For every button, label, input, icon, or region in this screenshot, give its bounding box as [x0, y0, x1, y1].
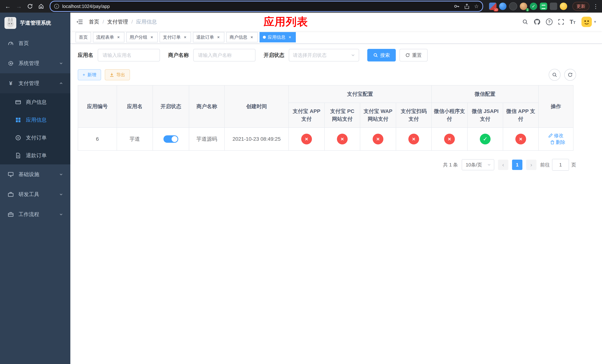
page-size-select[interactable]: 10条/页 [462, 159, 494, 170]
tags-view-bar: 首页 流程表单 × 用户分组 × 支付订单 × 退款订单 × 商户信息 × [70, 31, 602, 44]
merchant-name-input[interactable] [193, 49, 256, 62]
tab-refund-orders[interactable]: 退款订单 × [193, 32, 224, 43]
cell-alipay-app: × [289, 128, 324, 150]
config-status-icon: × [444, 134, 455, 144]
font-size-icon[interactable]: TT [570, 19, 576, 25]
edit-link[interactable]: 修改 [548, 132, 563, 139]
prev-page-button[interactable]: ‹ [498, 160, 508, 170]
toggle-search-button[interactable] [549, 69, 560, 81]
page-annotation: 应用列表 [264, 15, 308, 29]
col-header-status: 开启状态 [153, 85, 189, 128]
cell-ops: 修改 删除 [538, 128, 573, 150]
close-icon[interactable]: × [216, 35, 221, 40]
share-icon[interactable] [464, 3, 470, 9]
fullscreen-icon[interactable] [558, 19, 564, 25]
sidebar-item-label: 退款订单 [26, 152, 47, 159]
tab-app-info[interactable]: 应用信息 × [259, 32, 296, 43]
help-icon[interactable]: ? [546, 19, 553, 25]
sidebar-item-payment[interactable]: ¥ 支付管理 [0, 73, 70, 93]
forward-button[interactable]: → [14, 1, 24, 11]
update-button[interactable]: 更新 [572, 2, 589, 11]
col-header-wechat-jsapi: 微信 JSAPI 支付 [467, 103, 503, 128]
app-logo[interactable]: 芋道管理系统 [0, 13, 70, 33]
col-header-wechat-lite: 微信小程序支付 [431, 103, 467, 128]
breadcrumb: 首页 支付管理 应用信息 [89, 18, 157, 25]
bookmark-star-icon[interactable]: ☆ [474, 3, 479, 10]
logo-rabbit-icon [4, 17, 16, 29]
sidebar-item-dev-tools[interactable]: 研发工具 [0, 184, 70, 204]
password-key-icon[interactable] [454, 3, 460, 9]
chevron-up-icon [59, 81, 63, 85]
sidebar-item-payment-orders[interactable]: 支付订单 [0, 129, 70, 147]
col-header-alipay-qr: 支付宝扫码支付 [396, 103, 431, 128]
status-select[interactable]: 请选择开启状态 [289, 49, 359, 62]
add-button[interactable]: + 新增 [78, 69, 101, 80]
browser-menu-button[interactable]: ⋮ [592, 3, 599, 10]
tab-process-form[interactable]: 流程表单 × [93, 32, 124, 43]
close-icon[interactable]: × [149, 35, 154, 40]
refresh-table-button[interactable] [564, 69, 576, 81]
site-info-icon[interactable] [54, 4, 59, 9]
delete-link[interactable]: 删除 [550, 139, 565, 146]
extension-icon-7[interactable] [550, 3, 557, 10]
sidebar-collapse-button[interactable] [76, 19, 83, 25]
sidebar-item-system[interactable]: 系统管理 [0, 53, 70, 73]
page-number-button[interactable]: 1 [512, 160, 522, 170]
app-name-input[interactable] [98, 49, 160, 62]
sidebar-item-app-info[interactable]: 应用信息 [0, 111, 70, 129]
sidebar-item-refund-orders[interactable]: 退款订单 [0, 147, 70, 164]
sidebar-item-infrastructure[interactable]: 基础设施 [0, 164, 70, 184]
tab-payment-orders[interactable]: 支付订单 × [160, 32, 191, 43]
breadcrumb-item-app-info: 应用信息 [128, 18, 157, 25]
sidebar-item-merchant-info[interactable]: 商户信息 [0, 93, 70, 111]
breadcrumb-label: 首页 [89, 18, 99, 25]
breadcrumb-label: 支付管理 [107, 18, 128, 25]
breadcrumb-item-payment[interactable]: 支付管理 [99, 18, 128, 25]
extension-icon-4[interactable]: 1 [520, 3, 527, 10]
reset-button[interactable]: 重置 [399, 49, 428, 62]
close-icon[interactable]: × [116, 35, 121, 40]
cell-alipay-pc: × [324, 128, 360, 150]
github-icon[interactable] [534, 19, 540, 25]
sidebar-item-workflow[interactable]: 工作流程 [0, 204, 70, 225]
refresh-button[interactable] [25, 1, 35, 11]
extension-icon-2[interactable] [499, 3, 506, 10]
tab-merchant-info[interactable]: 商户信息 × [226, 32, 258, 43]
table-toolbar: + 新增 导出 [78, 69, 576, 81]
pagination: 共 1 条 10条/页 ‹ 1 › 前往 页 [78, 159, 576, 171]
download-icon [110, 73, 114, 77]
close-icon[interactable]: × [249, 35, 254, 40]
status-toggle[interactable] [163, 135, 178, 143]
close-icon[interactable]: × [287, 35, 292, 40]
next-page-button[interactable]: › [526, 160, 537, 170]
user-menu[interactable]: ▾ [581, 16, 596, 27]
sidebar-item-label: 基础设施 [19, 171, 39, 178]
extension-icon-3[interactable] [509, 2, 517, 10]
search-icon[interactable] [522, 19, 528, 25]
sidebar-item-home[interactable]: 首页 [0, 33, 70, 53]
extensions-area: 10 1 ✓ [487, 2, 570, 10]
tab-label: 用户分组 [129, 34, 147, 40]
profile-badge: 1 [526, 8, 529, 11]
home-button[interactable] [36, 1, 46, 11]
close-icon[interactable]: × [183, 35, 188, 40]
tab-home[interactable]: 首页 [75, 32, 91, 43]
extension-icon-1[interactable]: 10 [489, 3, 496, 10]
goto-page-input[interactable] [552, 159, 569, 171]
gear-icon [7, 60, 14, 66]
breadcrumb-item-home[interactable]: 首页 [89, 18, 99, 25]
config-status-icon: × [373, 134, 383, 144]
address-bar[interactable]: localhost:1024/pay/app ☆ [50, 1, 483, 12]
tab-user-group[interactable]: 用户分组 × [126, 32, 158, 43]
extension-icon-6[interactable] [540, 3, 547, 10]
cell-wechat-jsapi: ✓ [467, 128, 503, 150]
trash-icon [550, 140, 555, 145]
search-button[interactable]: 搜索 [367, 49, 396, 62]
filter-form: 应用名 商户名称 开启状态 请选择开启状态 搜索 [78, 49, 576, 62]
extension-icon-5[interactable]: ✓ [530, 3, 537, 10]
back-button[interactable]: ← [3, 1, 13, 11]
export-button[interactable]: 导出 [105, 69, 130, 80]
config-status-icon: × [408, 134, 419, 144]
profile-avatar-icon[interactable] [560, 3, 567, 10]
col-group-wechat: 微信配置 [431, 85, 538, 103]
